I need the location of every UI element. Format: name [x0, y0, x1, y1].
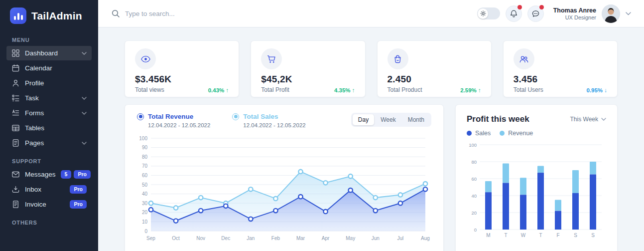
svg-text:Oct: Oct [172, 236, 180, 241]
bell-icon [510, 9, 518, 18]
stat-delta: 0.95% ↓ [586, 87, 607, 93]
revenue-sales-line-chart: 0102030405060708090100SepOctNovDecJanFeb… [137, 135, 431, 245]
avatar[interactable] [602, 4, 620, 23]
pro-badge: Pro [70, 185, 87, 194]
svg-text:S: S [591, 233, 595, 238]
svg-text:T: T [504, 233, 507, 238]
avatar-photo [602, 4, 620, 23]
svg-text:Sep: Sep [146, 236, 155, 241]
profit-week-bar-chart: 020406080100MTWTFSS [467, 140, 606, 242]
sidebar-item-label: Messages [25, 171, 56, 178]
bag-icon [392, 54, 403, 64]
svg-text:40: 40 [471, 193, 477, 199]
sidebar-item-pages[interactable]: Pages [6, 136, 92, 150]
user-meta: Thomas Anree UX Designer [553, 7, 596, 20]
chat-dot [539, 5, 544, 9]
svg-text:T: T [539, 233, 542, 238]
sidebar: TailAdmin MENU Dashboard Calendar Profil… [0, 0, 98, 251]
notifications-button[interactable] [506, 5, 522, 22]
stat-value: $3.456K [135, 74, 229, 85]
search-icon [111, 9, 120, 18]
sidebar-item-label: Inbox [25, 186, 41, 193]
svg-text:80: 80 [142, 154, 148, 160]
chevron-down-icon [601, 118, 606, 121]
legend-period: 12.04.2022 - 12.05.2022 [148, 122, 210, 128]
stat-label: Total Profit [261, 86, 289, 93]
svg-text:F: F [556, 233, 559, 238]
svg-text:Jun: Jun [372, 236, 380, 241]
pages-icon [11, 139, 20, 147]
range-day-button[interactable]: Day [353, 114, 374, 125]
dashboard-icon [11, 49, 20, 57]
inbox-icon [11, 185, 20, 194]
svg-text:90: 90 [142, 145, 148, 150]
svg-text:Nov: Nov [196, 236, 205, 241]
legend-label: Sales [475, 130, 491, 137]
user-menu-chevron-icon[interactable] [626, 12, 631, 15]
legend-marker-revenue-icon [137, 113, 144, 120]
stats-row: $3.456K Total views 0.43% ↑ $45,2K Total… [125, 40, 618, 97]
revenue-sales-card: Total Revenue 12.04.2022 - 12.05.2022 To… [125, 104, 444, 251]
svg-text:20: 20 [142, 210, 148, 215]
svg-text:70: 70 [142, 163, 148, 169]
sidebar-item-task[interactable]: Task [6, 91, 92, 105]
sidebar-item-inbox[interactable]: Inbox Pro [6, 182, 92, 197]
user-role: UX Designer [553, 14, 596, 20]
sidebar-item-dashboard[interactable]: Dashboard [6, 46, 92, 60]
pro-badge: Pro [74, 170, 91, 179]
search-input[interactable] [125, 10, 264, 17]
sidebar-item-label: Calendar [25, 64, 52, 72]
stat-delta: 4.35% ↑ [334, 87, 355, 93]
svg-text:30: 30 [142, 201, 148, 206]
svg-text:Feb: Feb [271, 236, 280, 241]
main-area: Thomas Anree UX Designer $3.456K Total v… [98, 0, 644, 251]
sidebar-item-label: Invoice [25, 201, 46, 208]
chat-button[interactable] [527, 5, 544, 22]
legend-dot-sales-icon [467, 131, 472, 136]
stat-value: 2.450 [387, 74, 481, 85]
notification-dot [517, 5, 522, 9]
sidebar-item-profile[interactable]: Profile [6, 76, 92, 90]
sidebar-item-calendar[interactable]: Calendar [6, 61, 92, 75]
pro-badge: Pro [70, 200, 87, 209]
stat-label: Total Users [514, 86, 543, 93]
legend-label: Revenue [508, 130, 533, 137]
sidebar-item-invoice[interactable]: Invoice Pro [6, 197, 92, 212]
legend-dot-revenue-icon [500, 131, 505, 136]
tables-icon [11, 124, 20, 132]
calendar-icon [11, 64, 20, 72]
svg-text:40: 40 [142, 191, 148, 197]
dark-mode-toggle[interactable] [477, 7, 500, 19]
forms-icon [11, 109, 20, 117]
sidebar-item-messages[interactable]: Messages 5 Pro [6, 167, 92, 182]
sidebar-item-label: Tables [25, 124, 44, 132]
user-name: Thomas Anree [553, 7, 596, 14]
profile-icon [11, 79, 20, 87]
logo[interactable]: TailAdmin [0, 0, 98, 29]
range-week-button[interactable]: Week [375, 114, 401, 125]
svg-text:60: 60 [142, 173, 148, 178]
stat-card-total-views: $3.456K Total views 0.43% ↑ [125, 40, 239, 97]
sidebar-item-label: Forms [25, 109, 44, 117]
line-chart-legend: Total Revenue 12.04.2022 - 12.05.2022 To… [137, 113, 306, 128]
messages-icon [11, 170, 20, 179]
stat-label: Total Product [387, 86, 422, 93]
svg-text:100: 100 [139, 136, 147, 141]
week-select[interactable]: This Week [570, 116, 606, 123]
range-month-button[interactable]: Month [402, 114, 430, 125]
week-select-value: This Week [570, 116, 598, 123]
stat-label: Total views [135, 86, 164, 93]
logo-icon [10, 7, 26, 24]
support-heading: SUPPORT [12, 158, 86, 164]
top-bar: Thomas Anree UX Designer [98, 0, 644, 27]
svg-text:Mar: Mar [296, 236, 305, 241]
sidebar-item-tables[interactable]: Tables [6, 121, 92, 135]
svg-text:M: M [486, 233, 490, 238]
legend-label: Total Revenue [148, 113, 193, 120]
svg-text:Aug: Aug [421, 236, 430, 241]
svg-text:S: S [574, 233, 577, 238]
svg-text:0: 0 [144, 229, 147, 234]
legend-label: Total Sales [243, 113, 278, 120]
stat-card-total-profit: $45,2K Total Profit 4.35% ↑ [251, 40, 365, 97]
sidebar-item-forms[interactable]: Forms [6, 106, 92, 120]
